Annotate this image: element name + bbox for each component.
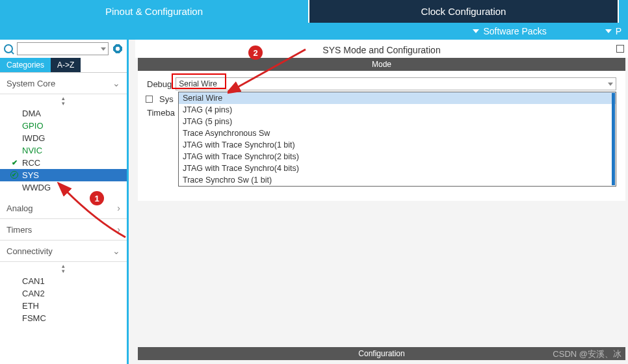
sys-checkbox-label: Sys bbox=[159, 94, 174, 104]
sidebar-item-gpio[interactable]: GPIO bbox=[0, 120, 127, 132]
sub-toolbar: Software Packs P bbox=[0, 23, 628, 40]
annotation-arrow-1 bbox=[57, 182, 129, 240]
dropdown-option[interactable]: JTAG (4 pins) bbox=[179, 104, 616, 116]
sidebar-tabs: Categories A->Z bbox=[0, 58, 127, 72]
search-combo[interactable] bbox=[17, 42, 109, 55]
search-row bbox=[0, 40, 127, 58]
sidebar-item-can2[interactable]: CAN2 bbox=[0, 287, 127, 300]
dropdown-option[interactable]: JTAG with Trace Synchro(4 bits) bbox=[179, 162, 616, 174]
dropdown-option[interactable]: JTAG (5 pins) bbox=[179, 116, 616, 127]
dropdown-option[interactable]: JTAG with Trace Synchro(2 bits) bbox=[179, 151, 616, 162]
search-icon[interactable] bbox=[4, 44, 13, 53]
partial-label: P bbox=[616, 26, 621, 36]
chevron-down-icon: ⌄ bbox=[112, 78, 120, 88]
gear-icon[interactable] bbox=[112, 44, 123, 54]
checkbox[interactable] bbox=[146, 96, 153, 103]
dropdown-option[interactable]: Trace Synchro Sw (1 bit) bbox=[179, 174, 616, 186]
chevron-down-icon bbox=[101, 47, 106, 51]
chevron-down-icon: ⌄ bbox=[112, 246, 120, 256]
category-system-core[interactable]: System Core ⌄ bbox=[0, 73, 127, 94]
connectivity-items: CAN1 CAN2 ETH FSMC bbox=[0, 275, 127, 328]
sidebar-item-dma[interactable]: DMA bbox=[0, 107, 127, 120]
partial-menu[interactable]: P bbox=[605, 26, 621, 36]
tab-categories[interactable]: Categories bbox=[0, 58, 51, 72]
category-label: System Core bbox=[7, 79, 55, 88]
chevron-down-icon bbox=[605, 29, 612, 33]
tab-pinout-configuration[interactable]: Pinout & Configuration bbox=[0, 0, 309, 23]
check-circle-icon: ✔ bbox=[10, 171, 18, 179]
right-pane: SYS Mode and Configuration Mode Debug Se… bbox=[129, 40, 628, 364]
watermark: CSDN @安溪、冰 bbox=[553, 348, 621, 360]
dropdown-scrollbar[interactable] bbox=[612, 93, 615, 185]
sidebar-item-sys[interactable]: ✔SYS bbox=[0, 169, 127, 181]
check-icon: ✔ bbox=[12, 159, 18, 167]
dropdown-option[interactable]: Trace Asynchronous Sw bbox=[179, 127, 616, 139]
up-down-indicator: ▴▾ bbox=[0, 262, 127, 275]
software-packs-label: Software Packs bbox=[483, 26, 546, 36]
debug-label: Debug bbox=[147, 79, 172, 89]
annotation-marker-2: 2 bbox=[248, 46, 263, 60]
sidebar-item-iwdg[interactable]: IWDG bbox=[0, 132, 127, 144]
category-label: Analog bbox=[7, 203, 33, 213]
top-tab-bar: Pinout & Configuration Clock Configurati… bbox=[0, 0, 628, 23]
chevron-down-icon bbox=[608, 83, 613, 86]
chevron-down-icon bbox=[473, 29, 479, 33]
sidebar-item-eth[interactable]: ETH bbox=[0, 300, 127, 312]
category-label: Timers bbox=[7, 225, 32, 235]
category-connectivity[interactable]: Connectivity ⌄ bbox=[0, 240, 127, 262]
mode-panel: Debug Serial Wire Sys Timeba Serial Wire… bbox=[138, 71, 625, 201]
mode-strip: Mode bbox=[138, 58, 625, 71]
debug-dropdown: Serial Wire JTAG (4 pins) JTAG (5 pins) … bbox=[178, 92, 616, 187]
config-spacer bbox=[135, 201, 628, 347]
up-down-indicator: ▴▾ bbox=[0, 94, 127, 107]
sidebar-item-nvic[interactable]: NVIC bbox=[0, 144, 127, 157]
annotation-marker-1: 1 bbox=[90, 191, 104, 205]
sidebar-item-can1[interactable]: CAN1 bbox=[0, 275, 127, 287]
software-packs-menu[interactable]: Software Packs bbox=[473, 26, 546, 36]
tab-a-z[interactable]: A->Z bbox=[51, 58, 81, 72]
timebase-label: Timeba bbox=[147, 108, 175, 118]
annotation-arrow-2 bbox=[228, 44, 312, 96]
panel-title: SYS Mode and Configuration bbox=[135, 40, 628, 58]
annotation-highlight-box bbox=[172, 73, 226, 89]
dropdown-option[interactable]: JTAG with Trace Synchro(1 bit) bbox=[179, 139, 616, 151]
category-label: Connectivity bbox=[7, 246, 53, 256]
sidebar-item-fsmc[interactable]: FSMC bbox=[0, 312, 127, 324]
tab-clock-configuration[interactable]: Clock Configuration bbox=[309, 0, 619, 23]
sidebar-item-rcc[interactable]: ✔RCC bbox=[0, 157, 127, 169]
